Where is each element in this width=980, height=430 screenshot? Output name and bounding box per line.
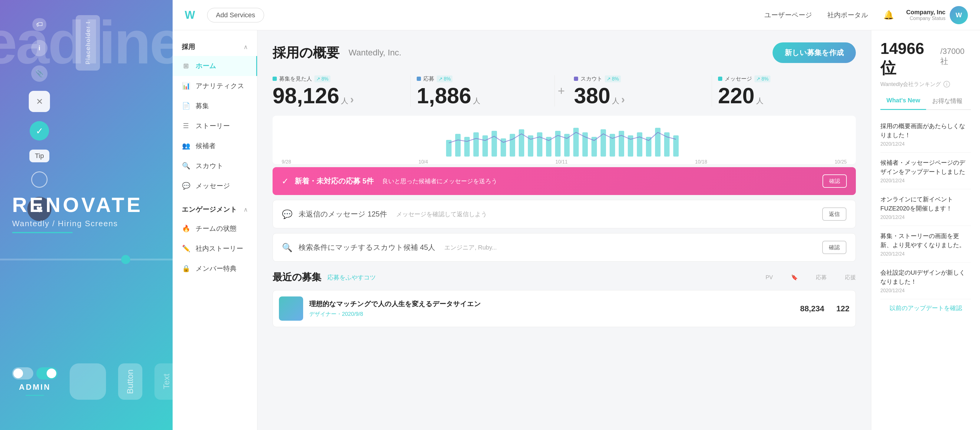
company-avatar: W xyxy=(950,6,968,24)
recent-recruits-link[interactable]: 応募をふやすコツ xyxy=(328,274,376,282)
renovate-title: RENOVATE xyxy=(12,193,173,217)
sidebar-item-team-status[interactable]: 🔥 チームの状態 xyxy=(173,219,257,239)
sidebar-item-home[interactable]: ⊞ ホーム xyxy=(173,56,257,76)
sidebar-item-scout[interactable]: 🔍 スカウト xyxy=(173,156,257,176)
sidebar-label-story: ストーリー xyxy=(196,121,230,131)
sidebar-item-analytics[interactable]: 📊 アナリティクス xyxy=(173,76,257,96)
notif-new-apply-desc: 良いと思った候補者にメッセージを送ろう xyxy=(382,177,497,185)
stat-scout-label: スカウト ↗ 8% xyxy=(574,75,706,82)
recruit-info: 理想的なマッチングで人の人生を変えるデータサイエン デザイナー・2020/9/8 xyxy=(309,299,794,318)
stat-message-unit: 人 xyxy=(756,97,764,105)
recruit-icon: 📄 xyxy=(182,102,190,110)
chart-label-3: 10/18 xyxy=(695,159,707,165)
toggle-group xyxy=(12,367,57,379)
svg-rect-8 xyxy=(519,129,524,156)
svg-rect-17 xyxy=(601,129,606,156)
sidebar-section-2-header: エンゲージメント ∧ xyxy=(173,202,257,217)
svg-rect-19 xyxy=(619,131,624,156)
recruit-card-0[interactable]: 理想的なマッチングで人の人生を変えるデータサイエン デザイナー・2020/9/8… xyxy=(272,290,856,327)
notif-check-icon: ✓ xyxy=(282,176,289,186)
toggle-on[interactable] xyxy=(37,367,57,379)
member-icon: 🔒 xyxy=(182,265,190,272)
sidebar-item-message[interactable]: 💬 メッセージ xyxy=(173,176,257,196)
news-title-0: 採用の概要画面があたらしくなりました！ xyxy=(880,121,971,140)
stat-dot-views xyxy=(272,76,277,81)
chart-svg xyxy=(278,122,850,158)
sidebar-item-candidate[interactable]: 👥 候補者 xyxy=(173,136,257,156)
stat-views: 募集を見た人 ↗ 8% 98,126 人 › xyxy=(272,75,410,107)
tab-whats-new[interactable]: What's New xyxy=(880,94,926,109)
company-status: Company Status xyxy=(906,16,945,21)
stat-message-value: 220 人 xyxy=(718,85,850,107)
notif-new-apply: ✓ 新着・未対応の応募 5件 良いと思った候補者にメッセージを送ろう 確認 xyxy=(272,167,856,195)
button-label-text: Button xyxy=(126,369,135,394)
notif-reply-button[interactable]: 返信 xyxy=(822,207,846,221)
tab-deals[interactable]: お得な情報 xyxy=(926,94,969,109)
placeholder-text: Placeholder t xyxy=(84,21,91,65)
stat-views-unit: 人 xyxy=(341,97,348,105)
content-area: 採用の概要 Wantedly, Inc. 新しい募集を作成 募集を見た人 ↗ 8… xyxy=(258,30,871,430)
news-item-4[interactable]: 会社設定のUIデザインが新しくなりました！ 2020/12/24 xyxy=(880,263,971,299)
stat-dot-apply xyxy=(417,76,421,81)
notif-message-count: 未返信のメッセージ 125件 xyxy=(299,209,387,219)
sidebar-item-story[interactable]: ☰ ストーリー xyxy=(173,116,257,136)
circle-outline xyxy=(31,171,48,188)
svg-rect-2 xyxy=(464,137,470,156)
stat-scout: スカウト ↗ 8% 380 人 › xyxy=(568,75,712,107)
notif-message-icon: 💬 xyxy=(282,209,293,219)
ranking-number: 14966位 xyxy=(880,39,937,79)
stat-message: メッセージ ↗ 8% 220 人 xyxy=(712,75,856,107)
notif-message-desc: メッセージを確認して返信しよう xyxy=(396,210,487,218)
notif-scout: 🔍 検索条件にマッチするスカウト候補 45人 エンジニア, Ruby... 確認 xyxy=(272,233,856,262)
recruit-stats: 88,234 122 xyxy=(800,304,850,314)
svg-rect-10 xyxy=(537,132,542,156)
notif-messages: 💬 未返信のメッセージ 125件 メッセージを確認して返信しよう 返信 xyxy=(272,200,856,228)
ranking-row: 14966位 /37000社 xyxy=(880,39,971,79)
ranking-label: Wantedly会社ランキング i xyxy=(880,81,971,88)
stat-message-label: メッセージ ↗ 8% xyxy=(718,75,850,82)
sidebar-label-message: メッセージ xyxy=(196,182,230,191)
sidebar-item-member-benefits[interactable]: 🔒 メンバー特典 xyxy=(173,259,257,279)
nav-user-page[interactable]: ユーザーページ xyxy=(764,11,812,20)
add-services-button[interactable]: Add Services xyxy=(207,8,264,22)
news-date-2: 2020/12/24 xyxy=(880,215,971,220)
admin-label: ADMIN xyxy=(19,382,51,392)
notification-bell-icon[interactable]: 🔔 xyxy=(883,10,894,20)
see-more-link[interactable]: 以前のアップデートを確認 xyxy=(880,304,971,312)
chart-label-4: 10/25 xyxy=(835,159,847,165)
nav-company-portal[interactable]: 社内ポータル xyxy=(827,11,868,20)
ranking-info-icon[interactable]: i xyxy=(943,81,950,88)
svg-rect-4 xyxy=(482,135,488,156)
stat-scout-badge: ↗ 8% xyxy=(605,75,621,82)
sidebar-item-internal-story[interactable]: ✏️ 社内ストーリー xyxy=(173,239,257,259)
svg-rect-12 xyxy=(555,131,560,156)
analytics-icon: 📊 xyxy=(182,82,190,90)
news-item-0[interactable]: 採用の概要画面があたらしくなりました！ 2020/12/24 xyxy=(880,116,971,153)
notif-scout-desc: エンジニア, Ruby... xyxy=(444,244,497,252)
sidebar-toggle-2[interactable]: ∧ xyxy=(243,206,248,213)
col-pv: PV xyxy=(765,274,773,281)
stat-apply-label: 応募 ↗ 8% xyxy=(417,75,549,82)
svg-rect-1 xyxy=(455,134,461,156)
news-item-3[interactable]: 募集・ストーリーの画面を更新、より見やすくなりました。 2020/12/24 xyxy=(880,226,971,263)
sidebar-section-1-header: 採用 ∧ xyxy=(173,39,257,54)
news-title-2: オンラインにて新イベントFUZE2020を開催します！ xyxy=(880,195,971,213)
app-sidebar: 採用 ∧ ⊞ ホーム 📊 アナリティクス 📄 募集 ☰ ストーリー 👥 候補 xyxy=(173,30,258,430)
svg-rect-7 xyxy=(510,134,515,156)
notif-confirm-button-1[interactable]: 確認 xyxy=(822,174,847,188)
sidebar-item-recruit[interactable]: 📄 募集 xyxy=(173,96,257,116)
notif-confirm-button-3[interactable]: 確認 xyxy=(822,241,846,254)
wantedly-logo: W xyxy=(185,9,195,21)
chart-area: 9/28 10/4 10/11 10/18 10/25 xyxy=(272,116,856,164)
sidebar-toggle-1[interactable]: ∧ xyxy=(243,43,248,51)
company-info[interactable]: Company, Inc Company Status W xyxy=(906,6,968,24)
new-recruit-button[interactable]: 新しい募集を作成 xyxy=(773,42,856,63)
stat-apply-text: 応募 xyxy=(423,75,434,82)
news-item-2[interactable]: オンラインにて新イベントFUZE2020を開催します！ 2020/12/24 xyxy=(880,189,971,226)
stat-apply: 応募 ↗ 8% 1,886 人 xyxy=(410,75,555,107)
toggle-off[interactable] xyxy=(12,367,33,379)
button-component: Button xyxy=(118,363,142,400)
recruit-meta: デザイナー・2020/9/8 xyxy=(309,311,794,318)
news-item-1[interactable]: 候補者・メッセージページのデザインをアップデートしました 2020/12/24 xyxy=(880,153,971,189)
admin-underline xyxy=(26,395,44,396)
